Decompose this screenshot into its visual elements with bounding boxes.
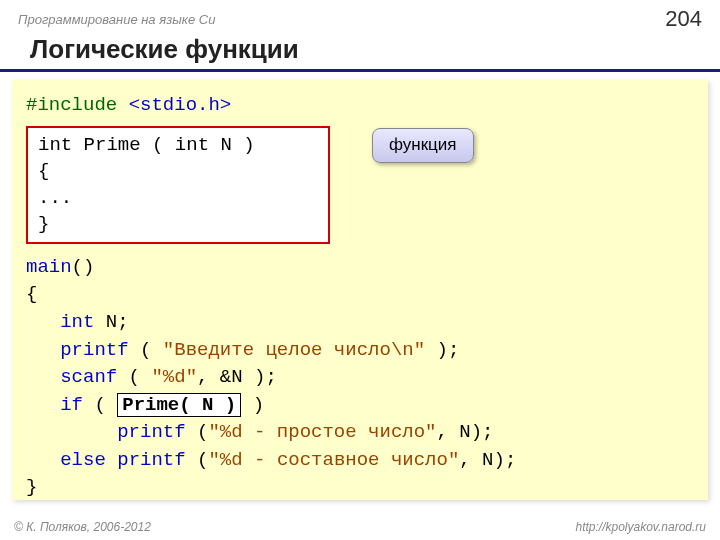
- if-open: (: [83, 394, 117, 416]
- slide: Программирование на языке Си 204 Логичес…: [0, 0, 720, 540]
- func-line-2: {: [38, 158, 318, 185]
- else-line: else printf ("%d - составное число", N);: [26, 447, 694, 475]
- copyright: © К. Поляков, 2006-2012: [14, 520, 151, 534]
- printf1-kw: printf: [26, 339, 129, 361]
- main-kw: main: [26, 256, 72, 278]
- printf2-open: (: [186, 421, 209, 443]
- printf2-kw: printf: [26, 421, 186, 443]
- main-line: main(): [26, 254, 694, 282]
- scanf-open: (: [117, 366, 151, 388]
- func-line-4: }: [38, 211, 318, 238]
- function-box: int Prime ( int N ) { ... }: [26, 126, 330, 244]
- if-kw: if: [26, 394, 83, 416]
- page-number: 204: [665, 6, 702, 32]
- printf2-line: printf ("%d - простое число", N);: [26, 419, 694, 447]
- printf1-open: (: [129, 339, 163, 361]
- scanf-kw: scanf: [26, 366, 117, 388]
- else-sp: [106, 449, 117, 471]
- callout-label: функция: [372, 128, 474, 163]
- course-title: Программирование на языке Си: [18, 12, 215, 27]
- prime-call-highlight: Prime( N ): [117, 393, 241, 417]
- include-line: #include <stdio.h>: [26, 92, 694, 120]
- main-paren: (): [72, 256, 95, 278]
- decl-rest: N;: [94, 311, 128, 333]
- footer: © К. Поляков, 2006-2012 http://kpolyakov…: [0, 520, 720, 534]
- page-title: Логические функции: [0, 34, 720, 72]
- printf1-close: );: [425, 339, 459, 361]
- printf1-line: printf ( "Введите целое число\n" );: [26, 337, 694, 365]
- func-line-1: int Prime ( int N ): [38, 132, 318, 159]
- if-close: ): [241, 394, 264, 416]
- else-kw: else: [26, 449, 106, 471]
- printf3-str: "%d - составное число": [208, 449, 459, 471]
- scanf-line: scanf ( "%d", &N );: [26, 364, 694, 392]
- brace-close: }: [26, 474, 694, 502]
- scanf-str: "%d": [151, 366, 197, 388]
- if-line: if ( Prime( N ) ): [26, 392, 694, 420]
- printf2-rest: , N);: [437, 421, 494, 443]
- decl-line: int N;: [26, 309, 694, 337]
- decl-kw: int: [26, 311, 94, 333]
- code-block: #include <stdio.h> int Prime ( int N ) {…: [12, 80, 708, 500]
- footer-url: http://kpolyakov.narod.ru: [575, 520, 706, 534]
- include-keyword: #include: [26, 94, 129, 116]
- printf3-open: (: [186, 449, 209, 471]
- scanf-rest: , &N );: [197, 366, 277, 388]
- func-line-3: ...: [38, 185, 318, 212]
- printf1-str: "Введите целое число\n": [163, 339, 425, 361]
- header: Программирование на языке Си 204: [0, 0, 720, 34]
- printf3-kw: printf: [117, 449, 185, 471]
- include-lib: <stdio.h>: [129, 94, 232, 116]
- brace-open: {: [26, 281, 694, 309]
- printf3-rest: , N);: [459, 449, 516, 471]
- printf2-str: "%d - простое число": [208, 421, 436, 443]
